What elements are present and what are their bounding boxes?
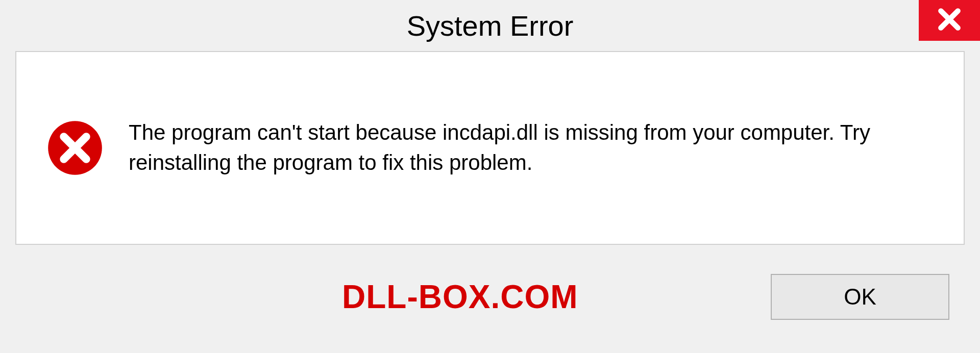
watermark-text: DLL-BOX.COM [15,278,578,316]
system-error-dialog: System Error The program can't start bec… [0,0,980,353]
error-message: The program can't start because incdapi.… [129,118,933,178]
ok-button[interactable]: OK [771,274,949,320]
close-button[interactable] [919,0,980,41]
footer: DLL-BOX.COM OK [0,256,980,353]
content-panel: The program can't start because incdapi.… [15,51,965,245]
error-icon [47,120,103,176]
close-icon [937,7,962,34]
titlebar: System Error [0,0,980,51]
dialog-title: System Error [407,9,574,42]
